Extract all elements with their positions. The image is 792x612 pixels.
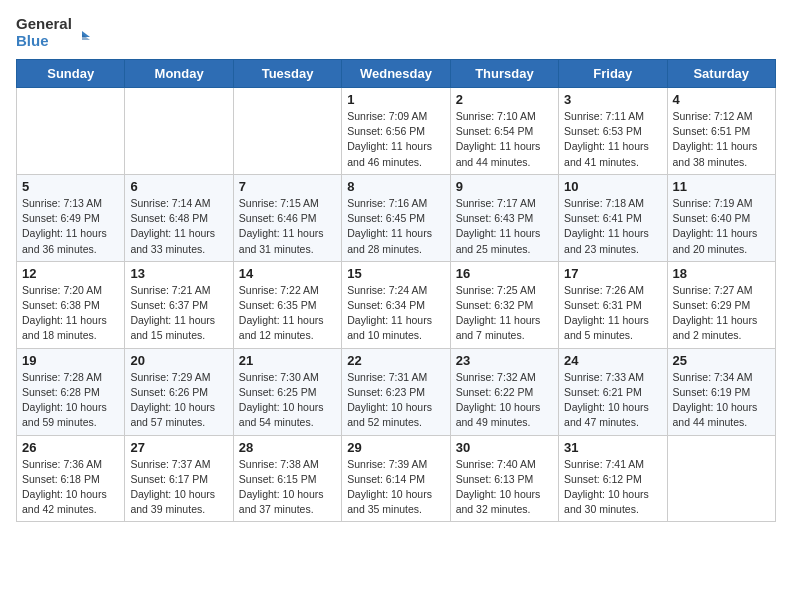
calendar-day-cell: 10Sunrise: 7:18 AMSunset: 6:41 PMDayligh… <box>559 174 667 261</box>
day-info: Sunrise: 7:26 AMSunset: 6:31 PMDaylight:… <box>564 283 661 344</box>
calendar-day-cell: 2Sunrise: 7:10 AMSunset: 6:54 PMDaylight… <box>450 88 558 175</box>
calendar-day-cell: 4Sunrise: 7:12 AMSunset: 6:51 PMDaylight… <box>667 88 775 175</box>
calendar-day-cell: 27Sunrise: 7:37 AMSunset: 6:17 PMDayligh… <box>125 435 233 522</box>
logo-bird-icon <box>74 29 90 45</box>
calendar-day-cell: 19Sunrise: 7:28 AMSunset: 6:28 PMDayligh… <box>17 348 125 435</box>
calendar-day-cell: 31Sunrise: 7:41 AMSunset: 6:12 PMDayligh… <box>559 435 667 522</box>
logo-text: General Blue <box>16 16 72 49</box>
day-info: Sunrise: 7:22 AMSunset: 6:35 PMDaylight:… <box>239 283 336 344</box>
day-number: 17 <box>564 266 661 281</box>
calendar-day-cell <box>667 435 775 522</box>
calendar-day-cell: 26Sunrise: 7:36 AMSunset: 6:18 PMDayligh… <box>17 435 125 522</box>
logo: General Blue <box>16 16 72 49</box>
day-info: Sunrise: 7:09 AMSunset: 6:56 PMDaylight:… <box>347 109 444 170</box>
calendar-day-cell: 29Sunrise: 7:39 AMSunset: 6:14 PMDayligh… <box>342 435 450 522</box>
days-header-row: SundayMondayTuesdayWednesdayThursdayFrid… <box>17 60 776 88</box>
calendar-day-cell: 20Sunrise: 7:29 AMSunset: 6:26 PMDayligh… <box>125 348 233 435</box>
calendar-day-cell: 11Sunrise: 7:19 AMSunset: 6:40 PMDayligh… <box>667 174 775 261</box>
calendar-day-cell: 7Sunrise: 7:15 AMSunset: 6:46 PMDaylight… <box>233 174 341 261</box>
day-info: Sunrise: 7:24 AMSunset: 6:34 PMDaylight:… <box>347 283 444 344</box>
calendar-week-row: 1Sunrise: 7:09 AMSunset: 6:56 PMDaylight… <box>17 88 776 175</box>
day-number: 8 <box>347 179 444 194</box>
day-info: Sunrise: 7:37 AMSunset: 6:17 PMDaylight:… <box>130 457 227 518</box>
day-info: Sunrise: 7:13 AMSunset: 6:49 PMDaylight:… <box>22 196 119 257</box>
calendar-day-cell: 24Sunrise: 7:33 AMSunset: 6:21 PMDayligh… <box>559 348 667 435</box>
day-number: 10 <box>564 179 661 194</box>
day-number: 31 <box>564 440 661 455</box>
calendar-day-cell: 8Sunrise: 7:16 AMSunset: 6:45 PMDaylight… <box>342 174 450 261</box>
day-number: 3 <box>564 92 661 107</box>
day-number: 18 <box>673 266 770 281</box>
day-info: Sunrise: 7:29 AMSunset: 6:26 PMDaylight:… <box>130 370 227 431</box>
calendar-day-cell <box>233 88 341 175</box>
calendar-day-cell: 9Sunrise: 7:17 AMSunset: 6:43 PMDaylight… <box>450 174 558 261</box>
day-header-friday: Friday <box>559 60 667 88</box>
calendar-day-cell: 17Sunrise: 7:26 AMSunset: 6:31 PMDayligh… <box>559 261 667 348</box>
day-info: Sunrise: 7:34 AMSunset: 6:19 PMDaylight:… <box>673 370 770 431</box>
calendar-day-cell: 21Sunrise: 7:30 AMSunset: 6:25 PMDayligh… <box>233 348 341 435</box>
day-info: Sunrise: 7:11 AMSunset: 6:53 PMDaylight:… <box>564 109 661 170</box>
calendar-day-cell: 14Sunrise: 7:22 AMSunset: 6:35 PMDayligh… <box>233 261 341 348</box>
day-number: 14 <box>239 266 336 281</box>
calendar-week-row: 26Sunrise: 7:36 AMSunset: 6:18 PMDayligh… <box>17 435 776 522</box>
day-header-monday: Monday <box>125 60 233 88</box>
day-info: Sunrise: 7:18 AMSunset: 6:41 PMDaylight:… <box>564 196 661 257</box>
day-number: 27 <box>130 440 227 455</box>
day-info: Sunrise: 7:41 AMSunset: 6:12 PMDaylight:… <box>564 457 661 518</box>
day-number: 25 <box>673 353 770 368</box>
day-number: 9 <box>456 179 553 194</box>
calendar-week-row: 5Sunrise: 7:13 AMSunset: 6:49 PMDaylight… <box>17 174 776 261</box>
day-number: 2 <box>456 92 553 107</box>
day-info: Sunrise: 7:28 AMSunset: 6:28 PMDaylight:… <box>22 370 119 431</box>
day-info: Sunrise: 7:36 AMSunset: 6:18 PMDaylight:… <box>22 457 119 518</box>
calendar-day-cell: 6Sunrise: 7:14 AMSunset: 6:48 PMDaylight… <box>125 174 233 261</box>
day-number: 5 <box>22 179 119 194</box>
day-info: Sunrise: 7:20 AMSunset: 6:38 PMDaylight:… <box>22 283 119 344</box>
day-info: Sunrise: 7:14 AMSunset: 6:48 PMDaylight:… <box>130 196 227 257</box>
day-header-wednesday: Wednesday <box>342 60 450 88</box>
day-info: Sunrise: 7:19 AMSunset: 6:40 PMDaylight:… <box>673 196 770 257</box>
day-info: Sunrise: 7:30 AMSunset: 6:25 PMDaylight:… <box>239 370 336 431</box>
day-number: 30 <box>456 440 553 455</box>
day-info: Sunrise: 7:32 AMSunset: 6:22 PMDaylight:… <box>456 370 553 431</box>
day-info: Sunrise: 7:33 AMSunset: 6:21 PMDaylight:… <box>564 370 661 431</box>
page-container: General Blue SundayMondayTuesdayWednesda… <box>0 0 792 532</box>
calendar-day-cell: 18Sunrise: 7:27 AMSunset: 6:29 PMDayligh… <box>667 261 775 348</box>
day-number: 11 <box>673 179 770 194</box>
calendar-day-cell: 12Sunrise: 7:20 AMSunset: 6:38 PMDayligh… <box>17 261 125 348</box>
calendar-day-cell: 5Sunrise: 7:13 AMSunset: 6:49 PMDaylight… <box>17 174 125 261</box>
day-info: Sunrise: 7:17 AMSunset: 6:43 PMDaylight:… <box>456 196 553 257</box>
calendar-day-cell: 28Sunrise: 7:38 AMSunset: 6:15 PMDayligh… <box>233 435 341 522</box>
day-number: 4 <box>673 92 770 107</box>
day-number: 26 <box>22 440 119 455</box>
calendar-day-cell: 22Sunrise: 7:31 AMSunset: 6:23 PMDayligh… <box>342 348 450 435</box>
day-number: 12 <box>22 266 119 281</box>
calendar-table: SundayMondayTuesdayWednesdayThursdayFrid… <box>16 59 776 522</box>
day-info: Sunrise: 7:39 AMSunset: 6:14 PMDaylight:… <box>347 457 444 518</box>
day-number: 22 <box>347 353 444 368</box>
day-info: Sunrise: 7:15 AMSunset: 6:46 PMDaylight:… <box>239 196 336 257</box>
day-number: 16 <box>456 266 553 281</box>
day-number: 29 <box>347 440 444 455</box>
day-number: 23 <box>456 353 553 368</box>
day-header-thursday: Thursday <box>450 60 558 88</box>
calendar-day-cell: 3Sunrise: 7:11 AMSunset: 6:53 PMDaylight… <box>559 88 667 175</box>
day-info: Sunrise: 7:10 AMSunset: 6:54 PMDaylight:… <box>456 109 553 170</box>
day-info: Sunrise: 7:40 AMSunset: 6:13 PMDaylight:… <box>456 457 553 518</box>
day-info: Sunrise: 7:12 AMSunset: 6:51 PMDaylight:… <box>673 109 770 170</box>
day-number: 28 <box>239 440 336 455</box>
calendar-day-cell: 23Sunrise: 7:32 AMSunset: 6:22 PMDayligh… <box>450 348 558 435</box>
calendar-day-cell: 30Sunrise: 7:40 AMSunset: 6:13 PMDayligh… <box>450 435 558 522</box>
day-header-tuesday: Tuesday <box>233 60 341 88</box>
day-info: Sunrise: 7:25 AMSunset: 6:32 PMDaylight:… <box>456 283 553 344</box>
day-number: 1 <box>347 92 444 107</box>
day-header-saturday: Saturday <box>667 60 775 88</box>
calendar-day-cell <box>125 88 233 175</box>
day-number: 19 <box>22 353 119 368</box>
day-number: 24 <box>564 353 661 368</box>
calendar-day-cell: 1Sunrise: 7:09 AMSunset: 6:56 PMDaylight… <box>342 88 450 175</box>
day-number: 6 <box>130 179 227 194</box>
day-info: Sunrise: 7:27 AMSunset: 6:29 PMDaylight:… <box>673 283 770 344</box>
calendar-day-cell: 16Sunrise: 7:25 AMSunset: 6:32 PMDayligh… <box>450 261 558 348</box>
calendar-day-cell <box>17 88 125 175</box>
